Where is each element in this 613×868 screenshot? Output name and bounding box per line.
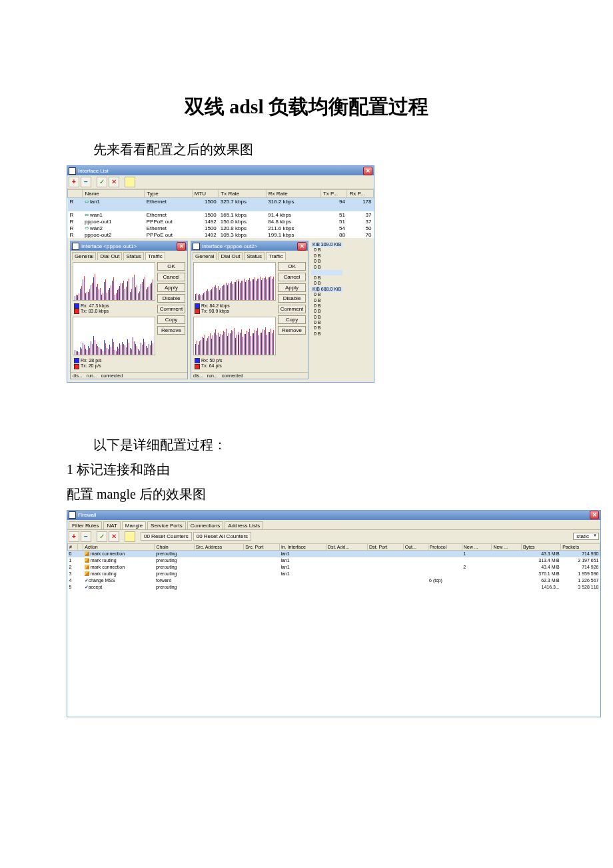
- comment-button[interactable]: Comment: [157, 305, 185, 313]
- copy-button[interactable]: Copy: [278, 315, 306, 324]
- copy-button[interactable]: Copy: [157, 315, 185, 324]
- close-icon[interactable]: ✕: [363, 167, 372, 175]
- col-name[interactable]: Name: [83, 190, 145, 198]
- tab-address-lists[interactable]: Address Lists: [225, 521, 263, 529]
- col-txp[interactable]: Tx P...: [320, 190, 346, 198]
- traffic-chart-pps: [193, 317, 276, 355]
- traffic-chart-kbps: [193, 262, 276, 301]
- table-row[interactable]: R pppoe-out2 PPPoE out1492 105.3 kbps199…: [68, 231, 374, 238]
- col-mtu[interactable]: MTU: [192, 190, 218, 198]
- table-row[interactable]: R ⇔wan2 Ethernet1500 120.8 kbps211.6 kbp…: [68, 225, 374, 231]
- col[interactable]: [77, 543, 83, 550]
- chart-legend: Rx: 28 p/s Tx: 20 p/s: [73, 357, 155, 369]
- disable-button[interactable]: Disable: [157, 294, 185, 303]
- comment-button[interactable]: Comment: [278, 305, 306, 313]
- remove-button[interactable]: Remove: [157, 326, 185, 335]
- table-row[interactable]: 0 mark connection prerouting lan1 1 43.3…: [68, 550, 600, 557]
- remove-button[interactable]: −: [81, 177, 91, 187]
- table-row[interactable]: [68, 205, 374, 211]
- firewall-window: Firewall ✕ Filter Rules NAT Mangle Servi…: [67, 510, 601, 717]
- titlebar[interactable]: Interface List ✕: [67, 166, 374, 175]
- tab-service-ports[interactable]: Service Ports: [147, 521, 186, 529]
- col-rxrate[interactable]: Rx Rate: [266, 190, 320, 198]
- tab-status[interactable]: Status: [123, 252, 144, 260]
- tx-color-icon: [74, 309, 79, 314]
- col[interactable]: Bytes: [522, 543, 561, 550]
- window-icon: [69, 167, 76, 175]
- reset-all-counters-button[interactable]: 00 Reset All Counters: [193, 532, 251, 541]
- table-row[interactable]: 1 mark routing prerouting lan1 313.4 MiB…: [68, 557, 600, 564]
- tab-general[interactable]: General: [72, 252, 96, 260]
- tab-connections[interactable]: Connections: [187, 521, 223, 529]
- col[interactable]: Protocol: [428, 543, 462, 550]
- close-icon[interactable]: ✕: [590, 511, 599, 519]
- ok-button[interactable]: OK: [278, 262, 306, 271]
- col[interactable]: Packets: [561, 543, 600, 550]
- disable-button[interactable]: ✕: [109, 531, 119, 542]
- tab-status[interactable]: Status: [244, 252, 265, 260]
- traffic-chart-kbps: [73, 262, 155, 301]
- table-row[interactable]: R ⇔lan1 Ethernet1500 325.7 kbps316.2 kbp…: [68, 198, 374, 205]
- col[interactable]: In. Interface: [279, 543, 326, 550]
- ok-button[interactable]: OK: [157, 262, 185, 271]
- interface-grid[interactable]: Name Type MTU Tx Rate Rx Rate Tx P... Rx…: [67, 189, 374, 238]
- tab-traffic[interactable]: Traffic: [266, 252, 286, 260]
- col[interactable]: Chain: [155, 543, 194, 550]
- tab-dialout[interactable]: Dial Out: [97, 252, 122, 260]
- mangle-grid[interactable]: #ActionChainSrc. AddressSrc. PortIn. Int…: [67, 543, 600, 717]
- close-icon[interactable]: ✕: [177, 242, 186, 251]
- titlebar[interactable]: Interface <pppoe-out1> ✕: [71, 241, 187, 251]
- table-row[interactable]: R ⇔wan1 Ethernet1500 165.1 kbps91.4 kbps…: [68, 211, 374, 218]
- titlebar[interactable]: Interface <pppoe-out2> ✕: [191, 241, 308, 251]
- apply-button[interactable]: Apply: [278, 283, 306, 292]
- disable-button[interactable]: ✕: [109, 177, 119, 187]
- cancel-button[interactable]: Cancel: [278, 273, 306, 281]
- chart-legend: Rx: 84.2 kbps Tx: 90.9 kbps: [193, 303, 276, 315]
- pencil-icon: [85, 551, 89, 556]
- add-button[interactable]: +: [69, 177, 79, 187]
- tab-general[interactable]: General: [193, 252, 217, 260]
- table-row[interactable]: R pppoe-out1 PPPoE out1492 156.0 kbps84.…: [68, 218, 374, 225]
- col[interactable]: Src. Port: [244, 543, 280, 550]
- col[interactable]: Src. Address: [194, 543, 243, 550]
- remove-button[interactable]: −: [81, 531, 91, 542]
- cancel-button[interactable]: Cancel: [157, 273, 185, 281]
- col[interactable]: #: [68, 543, 78, 550]
- col-type[interactable]: Type: [145, 190, 193, 198]
- col[interactable]: Dst. Port: [368, 543, 404, 550]
- filter-select[interactable]: static: [573, 533, 599, 540]
- tab-traffic[interactable]: Traffic: [145, 252, 165, 260]
- col[interactable]: Out...: [403, 543, 428, 550]
- window-title: Interface List: [78, 168, 109, 174]
- enable-button[interactable]: ✓: [97, 177, 107, 187]
- chart-legend: Rx: 47.3 kbps Tx: 83.0 kbps: [73, 303, 155, 315]
- tab-mangle[interactable]: Mangle: [122, 521, 146, 529]
- comment-button[interactable]: [125, 177, 135, 187]
- apply-button[interactable]: Apply: [157, 283, 185, 292]
- table-row[interactable]: 4 ✔change MSS forward 6 (tcp) 62.3 MiB 1…: [68, 577, 600, 584]
- table-row[interactable]: 3 mark routing prerouting lan1 376.1 MiB…: [68, 571, 600, 577]
- tab-filter-rules[interactable]: Filter Rules: [69, 521, 102, 529]
- col[interactable]: Dst. Add...: [326, 543, 367, 550]
- col[interactable]: Action: [83, 543, 155, 550]
- reset-counters-button[interactable]: 00 Reset Counters: [141, 532, 192, 541]
- enable-button[interactable]: ✓: [97, 531, 107, 542]
- window-title: Interface <pppoe-out2>: [202, 243, 257, 249]
- disable-button[interactable]: Disable: [278, 294, 306, 303]
- col[interactable]: New ...: [492, 543, 522, 550]
- table-row[interactable]: 5 ✔accept prerouting 1416.3... 3 528 118: [68, 584, 600, 591]
- close-icon[interactable]: ✕: [297, 242, 306, 251]
- comment-button[interactable]: [125, 531, 135, 542]
- col-txrate[interactable]: Tx Rate: [219, 190, 267, 198]
- col-rxp[interactable]: Rx P...: [347, 190, 374, 198]
- window-icon: [193, 243, 200, 250]
- add-button[interactable]: +: [69, 531, 79, 542]
- table-row[interactable]: 2 mark connection prerouting lan1 2 43.4…: [68, 564, 600, 571]
- remove-button[interactable]: Remove: [278, 326, 306, 335]
- tab-nat[interactable]: NAT: [103, 521, 120, 529]
- col-flag[interactable]: [68, 190, 83, 198]
- tab-dialout[interactable]: Dial Out: [218, 252, 243, 260]
- tx-color-icon: [74, 364, 79, 369]
- col[interactable]: New ...: [462, 543, 492, 550]
- titlebar[interactable]: Firewall ✕: [67, 511, 600, 520]
